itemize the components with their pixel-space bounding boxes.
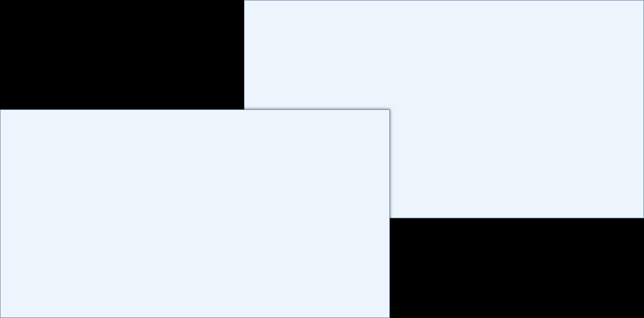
window-forecast-rainfall[interactable] bbox=[0, 109, 390, 318]
